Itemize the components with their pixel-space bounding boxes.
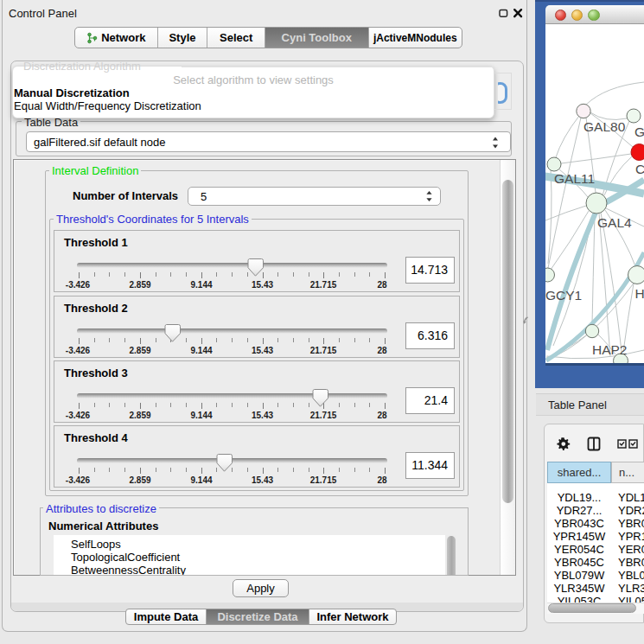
svg-text:GCY1: GCY1 (545, 288, 582, 303)
svg-text:G.: G. (634, 124, 644, 139)
svg-text:C: C (635, 162, 644, 176)
svg-text:GAL4: GAL4 (597, 215, 632, 230)
svg-text:GAL11: GAL11 (554, 171, 595, 186)
svg-text:GAL80: GAL80 (583, 119, 626, 134)
svg-text:H: H (635, 286, 644, 301)
svg-text:HAP2: HAP2 (592, 342, 628, 357)
